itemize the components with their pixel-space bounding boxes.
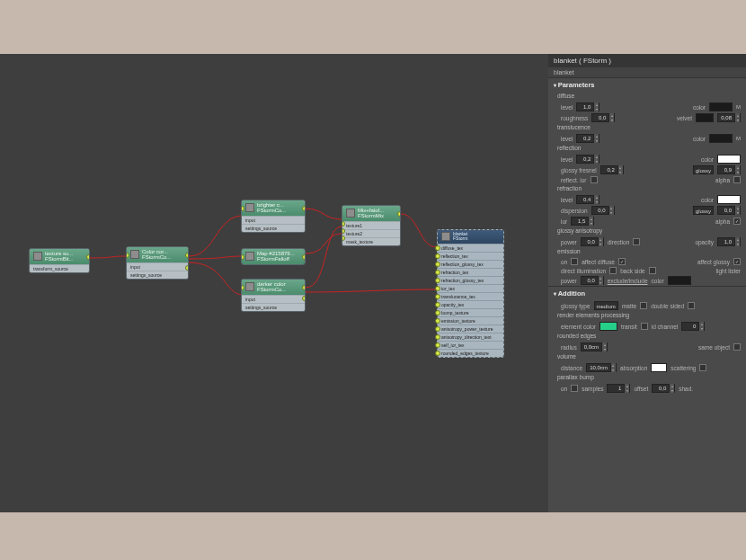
spinner-down-icon[interactable]: ▾ (608, 210, 614, 215)
spinner-down-icon[interactable]: ▾ (669, 388, 674, 393)
affect-glossy-checkbox[interactable]: ✓ (733, 258, 741, 265)
ior-spinner[interactable]: 1,5▴▾ (571, 217, 594, 226)
section-parameters[interactable]: Parameters (548, 77, 746, 92)
output-socket[interactable] (302, 254, 306, 260)
node-row[interactable]: input (242, 216, 305, 224)
spinner-down-icon[interactable]: ▾ (698, 326, 704, 331)
node-texture-source[interactable]: texture su... FStormBit... transform_sou… (29, 248, 90, 273)
spinner-down-icon[interactable]: ▾ (734, 170, 740, 174)
output-socket[interactable] (86, 254, 90, 260)
parallax-on-checkbox[interactable] (571, 385, 578, 392)
spinner-down-icon[interactable]: ▾ (608, 118, 614, 122)
spinner-down-icon[interactable]: ▾ (610, 368, 616, 372)
target-slot[interactable]: emission_texture (438, 316, 503, 324)
spinner-down-icon[interactable]: ▾ (598, 242, 603, 246)
target-slot[interactable]: anisotropy_power_texture (438, 324, 503, 333)
id-channel-spinner[interactable]: 0▴▾ (681, 322, 705, 331)
output-socket[interactable] (185, 265, 189, 271)
node-row[interactable]: texture1 (342, 221, 400, 229)
spinner-down-icon[interactable]: ▾ (598, 280, 603, 285)
element-color-swatch[interactable] (599, 322, 617, 331)
input-socket[interactable] (435, 334, 440, 340)
target-slot[interactable]: diffuse_tex (438, 244, 503, 252)
node-row[interactable]: settings_source (242, 303, 305, 311)
input-socket[interactable] (435, 278, 440, 283)
spinner-down-icon[interactable]: ▾ (593, 107, 599, 111)
input-socket[interactable] (435, 270, 440, 275)
node-color-correction[interactable]: Color cor... FStormCo... input settings_… (126, 246, 189, 280)
node-row[interactable]: settings_source (242, 224, 305, 232)
spinner-down-icon[interactable]: ▾ (734, 118, 740, 122)
refraction-color-swatch[interactable] (717, 195, 741, 204)
aniso-opacity-spinner[interactable]: 1,0▴▾ (717, 237, 741, 246)
parallax-samples-spinner[interactable]: 1▴▾ (607, 384, 630, 393)
matte-checkbox[interactable] (640, 302, 647, 309)
input-socket[interactable] (435, 286, 440, 291)
input-socket[interactable] (435, 302, 440, 307)
refraction-level-spinner[interactable]: 0,4▴▾ (576, 195, 599, 204)
output-socket[interactable] (302, 296, 306, 301)
refraction-alpha-checkbox[interactable]: ✓ (733, 218, 741, 225)
translucence-level-spinner[interactable]: 0,2▴▾ (576, 134, 599, 143)
spinner-down-icon[interactable]: ▾ (588, 221, 593, 226)
reflection-level-spinner[interactable]: 0,2▴▾ (576, 155, 599, 164)
spinner-down-icon[interactable]: ▾ (593, 159, 599, 164)
scattering-checkbox[interactable] (699, 364, 706, 371)
reflection-color-swatch[interactable] (717, 155, 741, 164)
spinner-down-icon[interactable]: ▾ (734, 242, 740, 246)
volume-distance-spinner[interactable]: 10,0cm▴▾ (586, 363, 617, 372)
absorption-color-swatch[interactable] (651, 363, 667, 372)
spinner-down-icon[interactable]: ▾ (617, 170, 623, 174)
parallax-offset-spinner[interactable]: 0,0▴▾ (652, 384, 675, 393)
output-socket[interactable] (185, 253, 189, 258)
properties-panel[interactable]: blanket ( FStorm ) blanket Parameters di… (548, 54, 746, 512)
diffuse-level-spinner[interactable]: 1,0▴▾ (576, 102, 599, 111)
velvet-spinner[interactable]: 0,08▴▾ (717, 113, 741, 122)
spinner-down-icon[interactable]: ▾ (601, 347, 607, 351)
node-editor-viewport[interactable]: texture su... FStormBit... transform_sou… (0, 54, 746, 512)
refraction-glossy-spinner[interactable]: 0,0▴▾ (717, 206, 741, 215)
input-socket[interactable] (435, 351, 440, 356)
input-socket[interactable] (435, 245, 440, 251)
rounded-radius-spinner[interactable]: 0,0cm▴▾ (581, 342, 608, 351)
target-slot[interactable]: translucence_tex (438, 292, 503, 300)
target-slot[interactable]: ior_tex (438, 284, 503, 292)
target-slot[interactable]: opacity_tex (438, 300, 503, 308)
node-row[interactable]: mask_texture (342, 237, 400, 245)
input-socket[interactable] (435, 253, 440, 259)
node-brighter-color[interactable]: brighter c... FStormCo... input settings… (241, 200, 306, 233)
emission-on-checkbox[interactable] (571, 258, 578, 265)
input-socket[interactable] (435, 326, 440, 332)
node-mix[interactable]: Mix+falof... FStormMix texture1 texture2… (342, 205, 401, 246)
glossy-mode-combo[interactable]: glossy (693, 165, 714, 174)
node-falloff-map[interactable]: Map #215879... FStormFalloff (241, 248, 306, 265)
spinner-down-icon[interactable]: ▾ (734, 210, 740, 215)
same-object-checkbox[interactable] (733, 343, 741, 351)
emission-color-swatch[interactable] (668, 276, 691, 285)
input-socket[interactable] (435, 262, 440, 267)
diffuse-roughness-spinner[interactable]: 0,0▴▾ (591, 113, 615, 122)
target-slot[interactable]: reflection_glossy_tex (438, 260, 503, 268)
node-graph-canvas[interactable]: texture su... FStormBit... transform_sou… (0, 54, 548, 512)
input-socket[interactable] (435, 342, 440, 348)
label-exclude-include[interactable]: exclude/include (608, 278, 648, 284)
target-slot[interactable]: reflection_tex (438, 252, 503, 260)
node-row[interactable]: input (242, 295, 305, 303)
input-socket[interactable] (435, 310, 440, 316)
target-slot[interactable]: refraction_glossy_tex (438, 276, 503, 284)
input-socket[interactable] (435, 294, 440, 299)
spinner-down-icon[interactable]: ▾ (593, 200, 599, 204)
emission-power-spinner[interactable]: 0,0▴▾ (581, 276, 604, 285)
output-socket[interactable] (302, 285, 306, 290)
target-slot[interactable]: anisotropy_direction_text (438, 333, 503, 341)
spinner-down-icon[interactable]: ▾ (624, 388, 629, 393)
node-row[interactable]: transform_source (30, 264, 89, 272)
output-socket[interactable] (397, 211, 401, 217)
translucence-color-swatch[interactable] (709, 134, 733, 143)
map-slot-button[interactable]: M (736, 136, 741, 141)
aniso-power-spinner[interactable]: 0,0▴▾ (581, 237, 604, 246)
transit-checkbox[interactable] (641, 323, 648, 330)
target-slot[interactable]: rounded_edges_texture (438, 349, 503, 357)
dispersion-spinner[interactable]: 0,0▴▾ (591, 206, 615, 215)
reflect-ior-checkbox[interactable] (591, 176, 598, 183)
